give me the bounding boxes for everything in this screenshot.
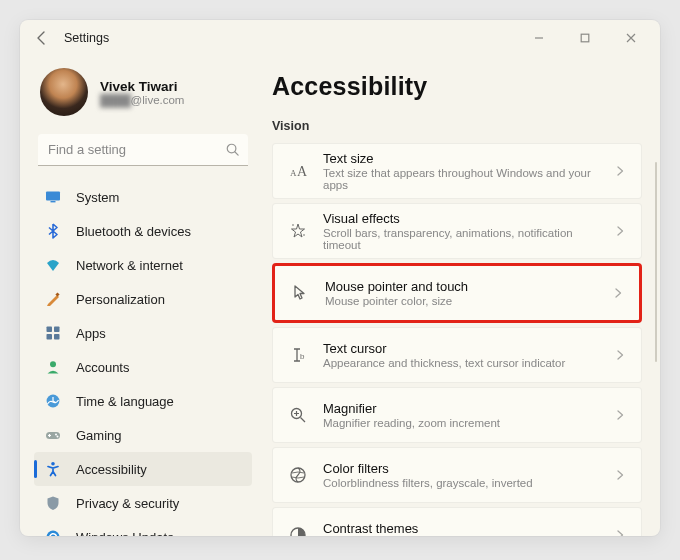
svg-point-18 (292, 224, 294, 226)
card-title: Color filters (323, 461, 599, 476)
svg-point-14 (51, 462, 55, 466)
svg-rect-3 (51, 201, 56, 202)
card-subtitle: Appearance and thickness, text cursor in… (323, 357, 599, 369)
page-title: Accessibility (272, 72, 642, 101)
card-title: Mouse pointer and touch (325, 279, 597, 294)
svg-text:b: b (300, 352, 305, 361)
back-icon[interactable] (34, 30, 50, 46)
mouse-icon (289, 282, 311, 304)
svg-text:A: A (297, 164, 308, 179)
sidebar-item-label: Bluetooth & devices (76, 224, 191, 239)
svg-point-12 (55, 434, 57, 436)
settings-window: Settings Vivek Tiwari ████@live.com Syst… (20, 20, 660, 536)
sidebar-item-bluetooth[interactable]: Bluetooth & devices (34, 214, 252, 248)
sidebar-item-personalization[interactable]: Personalization (34, 282, 252, 316)
sidebar-item-label: Accessibility (76, 462, 147, 477)
chevron-right-icon (613, 408, 627, 422)
time-icon (44, 392, 62, 410)
profile-email: ████@live.com (100, 94, 184, 106)
sidebar-item-time[interactable]: Time & language (34, 384, 252, 418)
sidebar-item-label: System (76, 190, 119, 205)
sidebar-item-label: Apps (76, 326, 106, 341)
scrollbar[interactable] (655, 162, 658, 362)
navigation-sidebar: Vivek Tiwari ████@live.com SystemBluetoo… (20, 56, 262, 536)
svg-rect-8 (54, 334, 60, 340)
privacy-icon (44, 494, 62, 512)
text-size-icon: AA (287, 160, 309, 182)
sidebar-item-label: Privacy & security (76, 496, 179, 511)
sidebar-item-gaming[interactable]: Gaming (34, 418, 252, 452)
bluetooth-icon (44, 222, 62, 240)
visual-effects-icon (287, 220, 309, 242)
accounts-icon (44, 358, 62, 376)
maximize-button[interactable] (562, 22, 608, 54)
card-contrast[interactable]: Contrast themes Color themes for low vis… (272, 507, 642, 536)
personalization-icon (44, 290, 62, 308)
svg-rect-5 (47, 327, 53, 333)
search-icon (225, 142, 240, 157)
accessibility-icon (44, 460, 62, 478)
card-color-filters[interactable]: Color filters Colorblindness filters, gr… (272, 447, 642, 503)
sidebar-item-update[interactable]: Windows Update (34, 520, 252, 536)
network-icon (44, 256, 62, 274)
update-icon (44, 528, 62, 536)
sidebar-item-accounts[interactable]: Accounts (34, 350, 252, 384)
sidebar-item-label: Time & language (76, 394, 174, 409)
card-text-size[interactable]: AA Text size Text size that appears thro… (272, 143, 642, 199)
chevron-right-icon (613, 468, 627, 482)
profile-block[interactable]: Vivek Tiwari ████@live.com (34, 64, 252, 128)
card-title: Visual effects (323, 211, 599, 226)
magnifier-icon (287, 404, 309, 426)
close-button[interactable] (608, 22, 654, 54)
apps-icon (44, 324, 62, 342)
system-icon (44, 188, 62, 206)
card-text-cursor[interactable]: b Text cursor Appearance and thickness, … (272, 327, 642, 383)
chevron-right-icon (613, 164, 627, 178)
sidebar-item-system[interactable]: System (34, 180, 252, 214)
card-subtitle: Text size that appears throughout Window… (323, 167, 599, 191)
svg-point-13 (57, 436, 59, 438)
sidebar-item-label: Gaming (76, 428, 122, 443)
chevron-right-icon (613, 348, 627, 362)
svg-text:A: A (290, 168, 297, 178)
titlebar: Settings (20, 20, 660, 56)
sidebar-item-accessibility[interactable]: Accessibility (34, 452, 252, 486)
card-subtitle: Scroll bars, transparency, animations, n… (323, 227, 599, 251)
main-content: Accessibility Vision AA Text size Text s… (262, 56, 660, 536)
minimize-button[interactable] (516, 22, 562, 54)
contrast-icon (287, 524, 309, 536)
profile-name: Vivek Tiwari (100, 79, 184, 94)
chevron-right-icon (613, 528, 627, 536)
svg-rect-0 (581, 34, 589, 42)
card-visual-effects[interactable]: Visual effects Scroll bars, transparency… (272, 203, 642, 259)
search-input[interactable] (38, 134, 248, 166)
sidebar-item-network[interactable]: Network & internet (34, 248, 252, 282)
svg-point-9 (50, 361, 56, 367)
card-subtitle: Colorblindness filters, grayscale, inver… (323, 477, 599, 489)
section-label: Vision (272, 119, 642, 133)
chevron-right-icon (613, 224, 627, 238)
card-title: Text cursor (323, 341, 599, 356)
app-title: Settings (64, 31, 109, 45)
sidebar-item-privacy[interactable]: Privacy & security (34, 486, 252, 520)
card-subtitle: Mouse pointer color, size (325, 295, 597, 307)
card-title: Text size (323, 151, 599, 166)
svg-rect-7 (47, 334, 53, 340)
gaming-icon (44, 426, 62, 444)
sidebar-item-apps[interactable]: Apps (34, 316, 252, 350)
card-subtitle: Magnifier reading, zoom increment (323, 417, 599, 429)
svg-point-19 (303, 234, 305, 236)
avatar (40, 68, 88, 116)
sidebar-item-label: Network & internet (76, 258, 183, 273)
svg-rect-2 (46, 192, 60, 201)
color-filters-icon (287, 464, 309, 486)
text-cursor-icon: b (287, 344, 309, 366)
sidebar-item-label: Personalization (76, 292, 165, 307)
card-title: Magnifier (323, 401, 599, 416)
chevron-right-icon (611, 286, 625, 300)
search-box[interactable] (38, 134, 248, 166)
card-magnifier[interactable]: Magnifier Magnifier reading, zoom increm… (272, 387, 642, 443)
card-mouse[interactable]: Mouse pointer and touch Mouse pointer co… (272, 263, 642, 323)
svg-rect-6 (54, 327, 60, 333)
sidebar-item-label: Accounts (76, 360, 129, 375)
